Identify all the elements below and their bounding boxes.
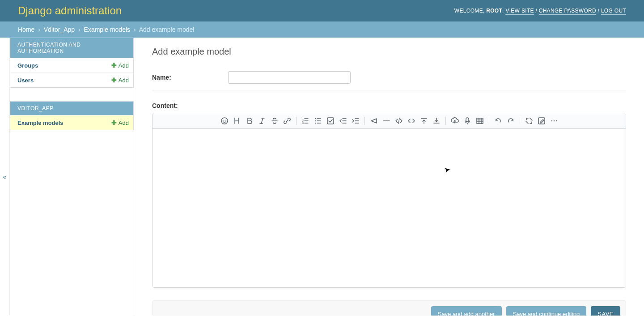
toolbar-separator [296, 117, 297, 125]
name-input[interactable] [228, 71, 351, 84]
editor-textarea[interactable]: ➤ [153, 129, 626, 287]
model-link[interactable]: Example models [17, 120, 64, 126]
table-icon[interactable] [475, 116, 485, 126]
user-tools: WELCOME, ROOT. VIEW SITE / CHANGE PASSWO… [454, 8, 626, 14]
breadcrumb-sep: › [36, 26, 42, 33]
save-add-another-button[interactable]: Save and add another [431, 306, 502, 316]
breadcrumb-sep: › [76, 26, 82, 33]
add-link[interactable]: ✚Add [111, 119, 129, 126]
unordered-list-icon[interactable] [313, 116, 323, 126]
breadcrumb-sep: › [132, 26, 138, 33]
form-row-content: Content: 123 ➤ [152, 90, 626, 291]
username: ROOT [486, 8, 502, 14]
form-row-name: Name: [152, 67, 626, 90]
logout-link[interactable]: LOG OUT [601, 8, 626, 15]
name-label: Name: [152, 71, 228, 81]
add-link[interactable]: ✚Add [111, 77, 129, 84]
svg-point-2 [225, 120, 226, 121]
quote-icon[interactable] [369, 116, 379, 126]
svg-text:3: 3 [302, 122, 304, 124]
model-link[interactable]: Groups [17, 62, 38, 69]
module-header[interactable]: VDITOR_APP [10, 102, 133, 115]
breadcrumb: Home › Vditor_App › Example models › Add… [0, 21, 644, 38]
content: Add example model Name: Content: 123 ➤ S… [134, 38, 644, 316]
fullscreen-icon[interactable] [524, 116, 534, 126]
site-title[interactable]: Django administration [18, 4, 122, 17]
sidebar-item-groups: Groups ✚Add [10, 58, 133, 73]
plus-icon: ✚ [111, 62, 117, 69]
insert-after-icon[interactable] [432, 116, 441, 126]
svg-point-6 [315, 118, 316, 119]
bold-icon[interactable] [245, 116, 254, 126]
breadcrumb-home[interactable]: Home [18, 26, 34, 33]
svg-point-15 [555, 120, 556, 121]
undo-icon[interactable] [493, 116, 503, 126]
strike-icon[interactable] [270, 116, 280, 126]
sidebar-toggle[interactable]: « [0, 38, 10, 316]
breadcrumb-current: Add example model [139, 26, 195, 33]
plus-icon: ✚ [111, 77, 117, 84]
view-site-link[interactable]: VIEW SITE [505, 8, 534, 15]
code-block-icon[interactable] [394, 116, 404, 126]
svg-rect-10 [466, 118, 469, 122]
change-password-link[interactable]: CHANGE PASSWORD [539, 8, 596, 15]
plus-icon: ✚ [111, 119, 117, 126]
link-icon[interactable] [282, 116, 292, 126]
upload-icon[interactable] [450, 116, 460, 126]
outdent-icon[interactable] [338, 116, 348, 126]
svg-rect-9 [327, 118, 334, 124]
toolbar-separator [489, 117, 489, 125]
toolbar-separator [520, 117, 520, 125]
sidebar-item-example-models: Example models ✚Add [10, 115, 133, 130]
sidebar-module-auth: AUTHENTICATION AND AUTHORIZATION Groups … [10, 38, 134, 88]
chevron-left-icon: « [3, 173, 6, 180]
cursor-icon: ➤ [443, 165, 451, 175]
italic-icon[interactable] [257, 116, 267, 126]
save-continue-button[interactable]: Save and continue editing [506, 306, 587, 316]
breadcrumb-model[interactable]: Example models [84, 26, 131, 33]
svg-point-14 [553, 120, 554, 121]
insert-before-icon[interactable] [419, 116, 429, 126]
content-label: Content: [152, 99, 228, 109]
editor-toolbar: 123 [153, 113, 626, 129]
toolbar-separator [445, 117, 446, 125]
edit-mode-icon[interactable] [537, 116, 547, 126]
add-link[interactable]: ✚Add [111, 62, 129, 69]
model-link[interactable]: Users [17, 77, 34, 84]
record-icon[interactable] [462, 116, 472, 126]
editor: 123 ➤ [152, 113, 626, 288]
hr-icon[interactable] [381, 116, 391, 126]
sidebar: AUTHENTICATION AND AUTHORIZATION Groups … [10, 38, 134, 316]
sidebar-item-users: Users ✚Add [10, 73, 133, 87]
welcome-text: WELCOME, ROOT. [454, 8, 506, 14]
header-bar: Django administration WELCOME, ROOT. VIE… [0, 0, 644, 21]
inline-code-icon[interactable] [407, 116, 416, 126]
emoji-icon[interactable] [220, 116, 229, 126]
toolbar-separator [364, 117, 365, 125]
svg-point-0 [221, 118, 228, 124]
svg-point-13 [551, 120, 552, 121]
svg-point-7 [315, 120, 316, 121]
breadcrumb-app[interactable]: Vditor_App [44, 26, 75, 33]
submit-row: Save and add another Save and continue e… [152, 300, 626, 316]
indent-icon[interactable] [351, 116, 360, 126]
redo-icon[interactable] [506, 116, 516, 126]
svg-point-8 [315, 123, 316, 124]
heading-icon[interactable] [232, 116, 242, 126]
page-title: Add example model [152, 47, 626, 57]
module-header[interactable]: AUTHENTICATION AND AUTHORIZATION [10, 38, 133, 58]
sidebar-module-vditor: VDITOR_APP Example models ✚Add [10, 101, 134, 130]
svg-point-1 [223, 120, 224, 121]
save-button[interactable]: SAVE [591, 306, 620, 316]
checklist-icon[interactable] [326, 116, 335, 126]
more-icon[interactable] [549, 116, 559, 126]
ordered-list-icon[interactable]: 123 [301, 116, 310, 126]
svg-rect-11 [477, 118, 483, 124]
